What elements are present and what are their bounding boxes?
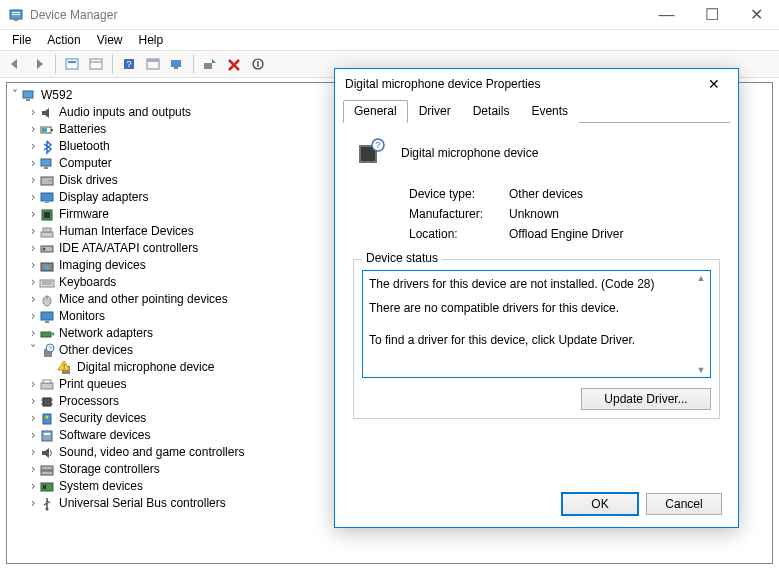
scroll-down-icon[interactable]: ▼	[694, 365, 708, 375]
svg-text:?: ?	[48, 345, 52, 352]
category-label: Other devices	[59, 344, 133, 357]
expander-icon[interactable]: ›	[27, 429, 39, 442]
location-label: Location:	[409, 227, 509, 241]
close-button[interactable]: ✕	[734, 0, 779, 30]
expander-icon[interactable]: ›	[27, 293, 39, 306]
category-icon: ?	[39, 343, 55, 359]
category-label: Disk drives	[59, 174, 118, 187]
expander-icon[interactable]: ›	[27, 446, 39, 459]
category-label: Mice and other pointing devices	[59, 293, 228, 306]
ok-button[interactable]: OK	[562, 493, 638, 515]
category-label: Processors	[59, 395, 119, 408]
expander-icon[interactable]: ›	[27, 463, 39, 476]
status-line: The drivers for this device are not inst…	[369, 277, 694, 291]
scroll-up-icon[interactable]: ▲	[694, 273, 708, 283]
expander-icon[interactable]: ›	[27, 191, 39, 204]
svg-rect-28	[44, 212, 50, 218]
expander-icon[interactable]: ›	[27, 123, 39, 136]
tab-driver[interactable]: Driver	[408, 100, 462, 123]
expander-icon[interactable]: ›	[27, 208, 39, 221]
dialog-title-bar[interactable]: Digital microphone device Properties ✕	[335, 69, 738, 99]
tab-general[interactable]: General	[343, 100, 408, 123]
maximize-button[interactable]: ☐	[689, 0, 734, 30]
svg-point-63	[46, 507, 49, 510]
expander-icon[interactable]: ›	[27, 140, 39, 153]
manufacturer-value: Unknown	[509, 207, 559, 221]
expander-icon[interactable]: ›	[27, 378, 39, 391]
category-label: Security devices	[59, 412, 146, 425]
expander-icon[interactable]: ›	[27, 225, 39, 238]
device-name: Digital microphone device	[401, 146, 538, 160]
menu-view[interactable]: View	[89, 31, 131, 49]
svg-rect-17	[26, 99, 30, 101]
category-label: IDE ATA/ATAPI controllers	[59, 242, 198, 255]
svg-rect-11	[147, 59, 159, 62]
scan-button[interactable]	[166, 53, 188, 75]
expander-icon[interactable]: ›	[27, 395, 39, 408]
category-label: Imaging devices	[59, 259, 146, 272]
svg-rect-61	[41, 483, 53, 491]
svg-rect-40	[41, 312, 53, 320]
update-driver-button[interactable]: Update Driver...	[581, 388, 711, 410]
category-icon	[39, 428, 55, 444]
menu-action[interactable]: Action	[39, 31, 88, 49]
category-label: Bluetooth	[59, 140, 110, 153]
dialog-close-button[interactable]: ✕	[700, 76, 728, 92]
expander-icon[interactable]: ›	[27, 327, 39, 340]
menu-file[interactable]: File	[4, 31, 39, 49]
svg-rect-22	[44, 167, 48, 169]
expander-icon[interactable]: ›	[27, 242, 39, 255]
app-icon	[8, 7, 24, 23]
show-hidden-button[interactable]	[61, 53, 83, 75]
update-driver-button[interactable]	[199, 53, 221, 75]
svg-rect-6	[90, 59, 102, 69]
back-button[interactable]	[4, 53, 26, 75]
svg-rect-25	[41, 193, 53, 201]
disable-button[interactable]	[247, 53, 269, 75]
toolbar-separator	[112, 54, 113, 74]
expander-icon[interactable]: ›	[27, 480, 39, 493]
manufacturer-label: Manufacturer:	[409, 207, 509, 221]
expander-icon[interactable]: ›	[27, 412, 39, 425]
menu-help[interactable]: Help	[131, 31, 172, 49]
category-icon	[39, 292, 55, 308]
category-icon	[39, 156, 55, 172]
category-icon	[39, 258, 55, 274]
expander-icon[interactable]: ›	[27, 174, 39, 187]
tab-details[interactable]: Details	[462, 100, 521, 123]
uninstall-button[interactable]	[223, 53, 245, 75]
svg-point-56	[46, 415, 49, 418]
expander-icon[interactable]: ›	[27, 497, 39, 510]
svg-point-32	[43, 247, 46, 250]
expander-icon[interactable]: ˅	[27, 344, 39, 357]
expander-icon[interactable]: ˅	[9, 89, 21, 102]
status-line: To find a driver for this device, click …	[369, 333, 694, 347]
expander-icon[interactable]: ›	[27, 157, 39, 170]
view-button[interactable]	[142, 53, 164, 75]
device-status-text[interactable]: The drivers for this device are not inst…	[362, 270, 711, 378]
svg-text:?: ?	[126, 59, 131, 69]
expander-icon[interactable]: ›	[27, 310, 39, 323]
scrollbar[interactable]: ▲▼	[694, 273, 708, 375]
svg-text:?: ?	[375, 140, 380, 150]
svg-rect-29	[41, 232, 53, 237]
category-icon	[39, 190, 55, 206]
menu-bar: File Action View Help	[0, 30, 779, 50]
svg-rect-50	[43, 398, 51, 406]
category-icon	[39, 411, 55, 427]
device-label: Digital microphone device	[77, 361, 214, 374]
minimize-button[interactable]: —	[644, 0, 689, 30]
help-button[interactable]: ?	[118, 53, 140, 75]
category-icon	[39, 207, 55, 223]
category-icon	[39, 241, 55, 257]
expander-icon[interactable]: ›	[27, 276, 39, 289]
cancel-button[interactable]: Cancel	[646, 493, 722, 515]
toolbar-separator	[193, 54, 194, 74]
svg-rect-21	[41, 159, 51, 166]
expander-icon[interactable]: ›	[27, 106, 39, 119]
properties-button[interactable]	[85, 53, 107, 75]
tab-events[interactable]: Events	[520, 100, 579, 123]
forward-button[interactable]	[28, 53, 50, 75]
svg-rect-3	[14, 19, 18, 21]
expander-icon[interactable]: ›	[27, 259, 39, 272]
